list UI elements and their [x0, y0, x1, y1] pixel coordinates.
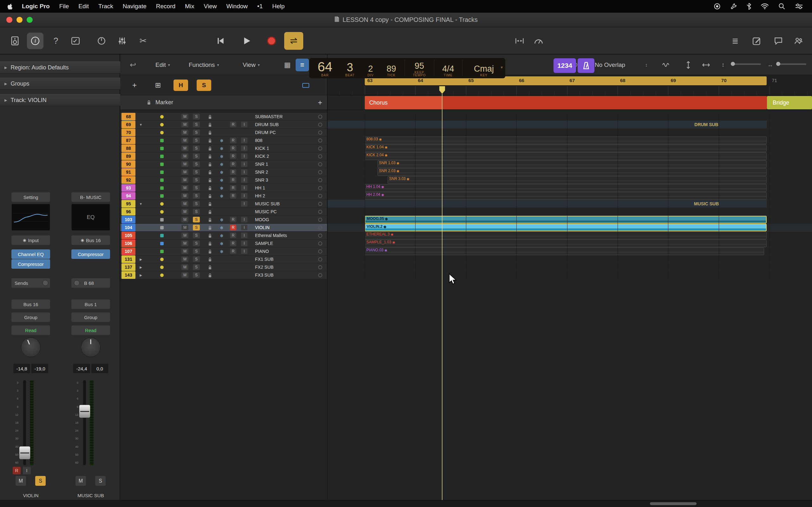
- waveform-zoom-icon[interactable]: [659, 59, 673, 71]
- lane-drum-pc[interactable]: [327, 129, 812, 136]
- lock-icon[interactable]: [207, 201, 213, 207]
- lcd-chevron-icon[interactable]: ▾: [501, 65, 503, 70]
- lcd-key-cell[interactable]: CmajKEY▾: [462, 58, 505, 78]
- record-enable-button[interactable]: R: [230, 161, 236, 167]
- lcd-display[interactable]: 64BAR 3BEAT 2DIV 89TICK 95KEEPTEMPO 4/4T…: [309, 58, 505, 78]
- setting-button[interactable]: B- MUSIC: [71, 192, 110, 202]
- lock-icon[interactable]: [207, 217, 213, 222]
- mute-button[interactable]: M: [182, 122, 189, 127]
- solo-button[interactable]: S: [193, 114, 200, 119]
- disclosure-open-icon[interactable]: ▼: [137, 200, 144, 208]
- record-enable-button[interactable]: R: [230, 185, 236, 191]
- record-enable-button[interactable]: R: [230, 146, 236, 151]
- mute-button[interactable]: M: [182, 201, 189, 207]
- control-center-icon[interactable]: [795, 3, 803, 9]
- input-monitor-button[interactable]: I: [241, 217, 247, 222]
- apple-menu[interactable]: [0, 3, 17, 10]
- region-ethereal-3[interactable]: ETHEREAL.3 ◉: [365, 232, 767, 239]
- region-hh-1-04[interactable]: HH 1.04 ◉: [365, 184, 767, 192]
- solo-button[interactable]: S: [193, 130, 200, 135]
- lane-ethereal-mallets[interactable]: ETHEREAL.3 ◉: [327, 232, 812, 239]
- record-enable-button[interactable]: R: [230, 225, 236, 230]
- volume-fader[interactable]: [19, 446, 31, 459]
- marker-chorus[interactable]: Chorus: [365, 96, 767, 109]
- freeze-icon[interactable]: ❄: [219, 217, 224, 222]
- record-enable-button[interactable]: R: [230, 240, 236, 246]
- track-header-music-sub[interactable]: 95▼MSIMUSIC SUB: [120, 200, 327, 208]
- lock-icon[interactable]: [207, 193, 213, 199]
- chat-icon[interactable]: [770, 33, 786, 49]
- lock-icon[interactable]: [207, 138, 213, 143]
- menu-window[interactable]: Window: [221, 3, 252, 10]
- record-enable-button[interactable]: R: [230, 217, 236, 222]
- freeze-icon[interactable]: ❄: [219, 241, 224, 246]
- record-enable-button[interactable]: R: [230, 233, 236, 238]
- input-monitor-button[interactable]: I: [241, 248, 247, 254]
- input-monitor-button[interactable]: I: [241, 193, 247, 199]
- solo-button[interactable]: S: [193, 185, 200, 191]
- menu--1[interactable]: •1: [252, 3, 267, 10]
- lane-submaster[interactable]: [327, 113, 812, 121]
- mute-button[interactable]: M: [75, 476, 86, 486]
- region-snr-1-03[interactable]: SNR 1.03 ◉: [377, 160, 767, 168]
- region-kick-2-04[interactable]: KICK 2.04 ◉: [365, 153, 767, 160]
- input-monitor-button[interactable]: I: [241, 122, 247, 127]
- mute-button[interactable]: M: [182, 169, 189, 175]
- midi-in-icon[interactable]: ↩: [130, 59, 136, 71]
- freeze-icon[interactable]: ❄: [219, 185, 224, 191]
- region-snr-2-03[interactable]: SNR 2.03 ◉: [377, 168, 767, 176]
- track-header-hh-1[interactable]: 93MS❄RIHH 1: [120, 184, 327, 192]
- audio-fx-slot-compressor[interactable]: Compressor: [71, 249, 110, 259]
- mute-button[interactable]: M: [182, 193, 189, 199]
- input-monitor-button[interactable]: I: [241, 233, 247, 238]
- horizontal-zoom-icon[interactable]: ↔: [767, 59, 773, 71]
- freeze-icon[interactable]: ❄: [219, 154, 224, 159]
- lane-hh-1[interactable]: HH 1.04 ◉: [327, 184, 812, 192]
- lane-fx1-sub[interactable]: [327, 256, 812, 263]
- view-menu[interactable]: View▾: [243, 59, 260, 71]
- lane-kick-2[interactable]: KICK 2.04 ◉: [327, 153, 812, 160]
- note-pads-icon[interactable]: [749, 33, 765, 49]
- mute-button[interactable]: M: [182, 264, 189, 270]
- mute-button[interactable]: M: [182, 240, 189, 246]
- mute-button[interactable]: M: [182, 185, 189, 191]
- inspector-icon[interactable]: i: [27, 33, 44, 49]
- solo-button[interactable]: S: [193, 153, 200, 159]
- volume-fader[interactable]: [79, 405, 90, 418]
- track-header-snr-1[interactable]: 90MS❄RISNR 1: [120, 160, 327, 168]
- row-view-icon[interactable]: ≡: [296, 59, 309, 71]
- input-slot[interactable]: ◉Bus 16: [71, 235, 110, 245]
- lcd-tempo-cell[interactable]: 95KEEPTEMPO: [405, 58, 434, 78]
- lane-snr-1[interactable]: SNR 1.03 ◉: [327, 160, 812, 168]
- lock-icon[interactable]: [207, 170, 213, 175]
- mute-button[interactable]: M: [182, 225, 189, 230]
- region-kick-1-04[interactable]: KICK 1.04 ◉: [365, 145, 767, 152]
- hide-tracks-button[interactable]: H: [173, 79, 188, 91]
- output-slot[interactable]: Bus 1: [71, 299, 110, 309]
- lock-icon[interactable]: [207, 257, 213, 262]
- lane-music-sub[interactable]: MUSIC SUB: [327, 200, 812, 208]
- region-inspector-header[interactable]: ▶Region: Audio Defaults: [0, 61, 120, 73]
- lock-icon[interactable]: [207, 185, 213, 191]
- eq-display[interactable]: [11, 204, 50, 231]
- record-enable-button[interactable]: R: [230, 193, 236, 199]
- record-enable-button[interactable]: R: [230, 248, 236, 254]
- record-enable-button[interactable]: R: [230, 169, 236, 175]
- input-monitor-button[interactable]: I: [241, 161, 247, 167]
- autopunch-icon[interactable]: [511, 33, 528, 49]
- audio-fx-slot-channel-eq[interactable]: Channel EQ: [11, 249, 50, 259]
- mute-button[interactable]: M: [182, 233, 189, 238]
- lock-icon[interactable]: [207, 233, 213, 238]
- freeze-icon[interactable]: ❄: [219, 193, 224, 199]
- track-header-808[interactable]: 87MS❄RI808: [120, 136, 327, 145]
- lane-fx2-sub[interactable]: [327, 263, 812, 271]
- track-header-violin[interactable]: 104MS❄RIVIOLIN: [120, 224, 327, 232]
- menu-navigate[interactable]: Navigate: [118, 3, 151, 10]
- mute-button[interactable]: M: [182, 272, 189, 278]
- input-monitor-button[interactable]: I: [241, 177, 247, 183]
- track-header-drum-pc[interactable]: 70MSDRUM PC: [120, 129, 327, 136]
- mute-button[interactable]: M: [182, 248, 189, 254]
- mute-button[interactable]: M: [182, 153, 189, 159]
- vertical-zoom-slider[interactable]: [731, 63, 761, 65]
- wrench-icon[interactable]: [730, 3, 737, 10]
